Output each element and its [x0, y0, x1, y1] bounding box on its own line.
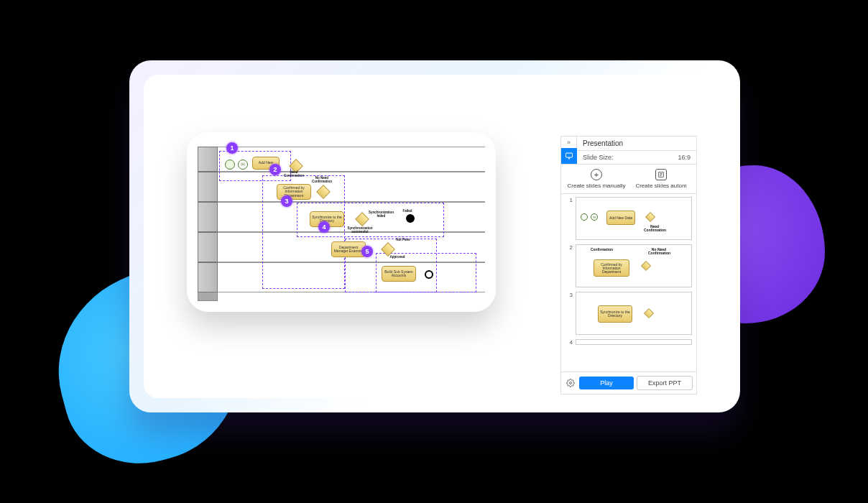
- create-slides-manually-button[interactable]: + Create slides manually: [564, 169, 629, 189]
- gear-icon[interactable]: [565, 377, 576, 389]
- presentation-mode-icon[interactable]: [561, 148, 577, 164]
- gateway-icon: [645, 212, 655, 222]
- thumb-task: Confirmed by Information Department: [594, 259, 629, 277]
- message-event-icon[interactable]: ✉: [238, 160, 248, 170]
- create-auto-label: Create slides autom: [635, 183, 686, 189]
- slide-item[interactable]: 2 Confirmation Confirmed by Information …: [565, 244, 692, 287]
- auto-create-icon: [655, 169, 667, 180]
- presentation-sidebar: »: [561, 137, 577, 164]
- slide-item[interactable]: 3 Synchronize to the Directory: [565, 292, 692, 335]
- message-event-icon: ✉: [591, 213, 598, 221]
- step-badge-2: 2: [269, 164, 281, 175]
- label-need-conf: Need Confirmation: [284, 171, 304, 177]
- slide-size-label: Slide Size:: [583, 154, 614, 161]
- task-examine[interactable]: Department Manager Examine: [331, 241, 366, 257]
- presentation-title-bar: Presentation Slide Size: 16:9: [577, 137, 696, 164]
- presentation-panel: » Presentation Slide Size: 16:9 + Crea: [560, 136, 697, 394]
- bpmn-diagram[interactable]: ✉ Add New Confirmed by Information Depar…: [198, 147, 485, 301]
- export-ppt-button[interactable]: Export PPT: [637, 376, 693, 390]
- lane-label: [198, 262, 218, 292]
- presentation-head: » Presentation Slide Size: 16:9: [561, 137, 696, 165]
- slide-thumbnail[interactable]: Synchronize to the Directory: [576, 292, 692, 335]
- slide-number: 3: [565, 292, 573, 335]
- play-button[interactable]: Play: [579, 377, 634, 389]
- slide-item[interactable]: 4: [565, 339, 692, 346]
- main-panel: ✉ Add New Confirmed by Information Depar…: [129, 60, 740, 412]
- slide-number: 4: [565, 339, 573, 346]
- lane-label: [198, 232, 218, 262]
- presentation-title: Presentation: [577, 137, 696, 150]
- presentation-actions: + Create slides manually Create slides a…: [561, 165, 696, 194]
- label-sync-fail: Synchronization failed: [369, 211, 394, 218]
- lane-label: [198, 202, 218, 232]
- lane-label: [198, 172, 218, 202]
- step-badge-1: 1: [226, 142, 238, 154]
- start-event-icon[interactable]: [225, 160, 235, 170]
- thumb-label: No Need Confirmation: [648, 248, 670, 255]
- create-manual-label: Create slides manually: [568, 183, 626, 189]
- slide-number: 1: [565, 197, 573, 240]
- start-event-icon: [581, 213, 588, 221]
- lane-label: [198, 147, 218, 172]
- gateway-icon: [644, 308, 654, 318]
- svg-rect-0: [565, 153, 572, 157]
- slide-thumbnail[interactable]: ✉ Add New Data Need Confirmation: [576, 197, 692, 240]
- gateway-icon: [641, 261, 651, 271]
- step-badge-5: 5: [361, 246, 373, 257]
- slide-number: 2: [565, 244, 573, 287]
- slide-thumbnail[interactable]: Confirmation Confirmed by Information De…: [576, 244, 692, 287]
- label-sync-success: Synchronization successful: [346, 227, 374, 234]
- slides-list: 1 ✉ Add New Data Need Confirmation 2 Con…: [561, 194, 696, 372]
- slide-thumbnail[interactable]: [576, 339, 692, 345]
- presentation-footer: Play Export PPT: [561, 372, 696, 394]
- end-event-icon[interactable]: [406, 214, 415, 223]
- thumb-task: Add New Data: [606, 211, 635, 225]
- slide-size-value[interactable]: 16:9: [678, 154, 691, 161]
- label-not-pass: Not Pass: [393, 239, 413, 242]
- slide-item[interactable]: 1 ✉ Add New Data Need Confirmation: [565, 197, 692, 240]
- end-event-icon[interactable]: [425, 270, 433, 279]
- task-build[interactable]: Build Sub System Accounts: [382, 266, 416, 282]
- thumb-task: Synchronize to the Directory: [598, 305, 632, 323]
- slide-size-row: Slide Size: 16:9: [577, 150, 696, 164]
- panel-inner: ✉ Add New Confirmed by Information Depar…: [144, 75, 726, 398]
- label-no-need-conf: No Need Confirmation: [311, 177, 333, 183]
- plus-circle-icon: +: [591, 169, 602, 180]
- collapse-icon[interactable]: »: [561, 137, 576, 148]
- thumb-label: Need Confirmation: [644, 225, 665, 232]
- label-approved: Approved: [387, 256, 407, 259]
- label-failed: Failed: [400, 210, 415, 213]
- step-badge-3: 3: [281, 195, 292, 207]
- create-slides-auto-button[interactable]: Create slides autom: [629, 169, 693, 189]
- diagram-card: ✉ Add New Confirmed by Information Depar…: [187, 132, 496, 312]
- thumb-label: Confirmation: [589, 248, 614, 251]
- svg-point-2: [570, 382, 572, 384]
- step-badge-4: 4: [318, 221, 330, 233]
